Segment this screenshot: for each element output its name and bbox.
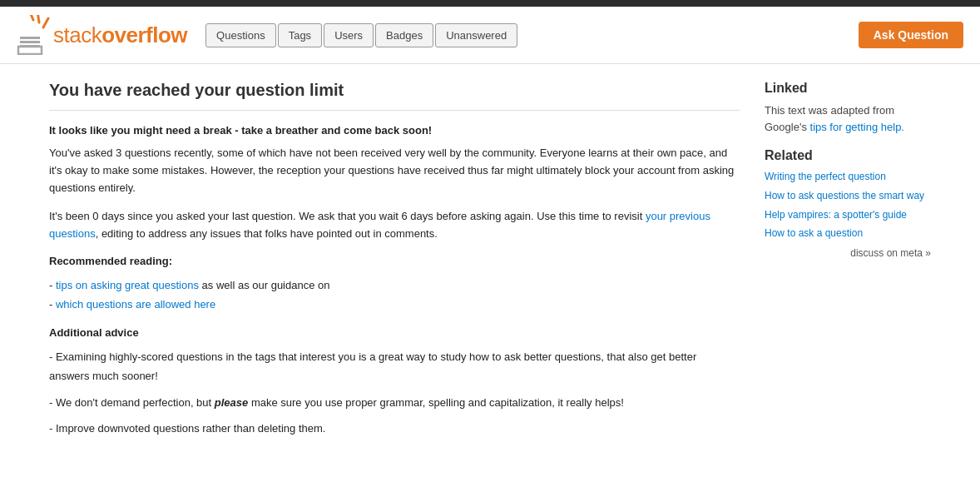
recommended-line1-pre: - (49, 279, 56, 291)
content-wrapper: You have reached your question limit It … (32, 64, 948, 455)
additional-advice-heading: Additional advice (49, 326, 740, 339)
discuss-meta-link[interactable]: discuss on meta » (850, 247, 931, 259)
title-divider (49, 110, 740, 111)
nav-unanswered[interactable]: Unanswered (435, 23, 517, 47)
header: stackoverflow Questions Tags Users Badge… (0, 7, 980, 64)
nav-tags[interactable]: Tags (278, 23, 322, 47)
recommended-line2: - which questions are allowed here (49, 295, 740, 314)
nav-badges[interactable]: Badges (375, 23, 433, 47)
logo-text-bold: overflow (101, 22, 187, 47)
logo-text: stackoverflow (53, 22, 187, 48)
logo-icon (17, 15, 50, 55)
svg-line-5 (43, 18, 48, 27)
svg-rect-2 (20, 37, 40, 39)
tips-link[interactable]: tips on asking great questions (56, 279, 199, 291)
advice-list: - Examining highly-scored questions in t… (49, 347, 740, 439)
related-link-0[interactable]: Writing the perfect question (765, 170, 931, 184)
page-title: You have reached your question limit (49, 81, 740, 100)
related-link-2[interactable]: Help vampires: a spotter's guide (765, 208, 931, 222)
sidebar: Linked This text was adapted from Google… (765, 81, 931, 438)
recommended-list: - tips on asking great questions as well… (49, 276, 740, 315)
logo[interactable]: stackoverflow (17, 15, 187, 55)
svg-line-3 (29, 15, 33, 20)
body-paragraph1: You've asked 3 questions recently, some … (49, 145, 740, 196)
related-link-3[interactable]: How to ask a question (765, 226, 931, 241)
related-link-1[interactable]: How to ask questions the smart way (765, 189, 931, 203)
top-bar (0, 0, 980, 7)
discuss-meta: discuss on meta » (765, 247, 931, 259)
advice-line1: - Examining highly-scored questions in t… (49, 347, 740, 386)
recommended-line1: - tips on asking great questions as well… (49, 276, 740, 295)
logo-text-plain: stack (53, 22, 101, 47)
navigation: Questions Tags Users Badges Unanswered (205, 23, 517, 47)
nav-users[interactable]: Users (324, 23, 374, 47)
recommended-line2-pre: - (49, 298, 56, 311)
recommended-line1-post: as well as our guidance on (199, 279, 330, 291)
advice-line2: - We don't demand perfection, but please… (49, 393, 740, 412)
section1-heading: It looks like you might need a break - t… (49, 124, 740, 137)
tips-getting-help-link[interactable]: tips for getting help. (810, 121, 904, 133)
body-paragraph2: It's been 0 days since you asked your la… (49, 208, 740, 243)
svg-line-4 (37, 15, 39, 22)
allowed-questions-link[interactable]: which questions are allowed here (56, 298, 215, 311)
svg-rect-1 (20, 41, 40, 43)
advice-line2-pre: - We don't demand perfection, but (49, 396, 215, 409)
ask-question-button[interactable]: Ask Question (859, 22, 963, 48)
main-content: You have reached your question limit It … (49, 81, 740, 438)
advice-line2-bold: please (215, 396, 248, 409)
sidebar-related-heading: Related (765, 148, 931, 163)
advice-line3: - Improve downvoted questions rather tha… (49, 419, 740, 438)
sidebar-linked-text: This text was adapted from Google's tips… (765, 102, 931, 135)
body-paragraph2-pre: It's been 0 days since you asked your la… (49, 210, 646, 222)
sidebar-linked-heading: Linked (765, 81, 931, 96)
svg-rect-6 (18, 47, 42, 54)
advice-line2-post: make sure you use proper grammar, spelli… (248, 396, 624, 409)
recommended-heading: Recommended reading: (49, 255, 740, 267)
body-paragraph2-post: , editing to address any issues that fol… (96, 227, 438, 240)
nav-questions[interactable]: Questions (205, 23, 276, 47)
